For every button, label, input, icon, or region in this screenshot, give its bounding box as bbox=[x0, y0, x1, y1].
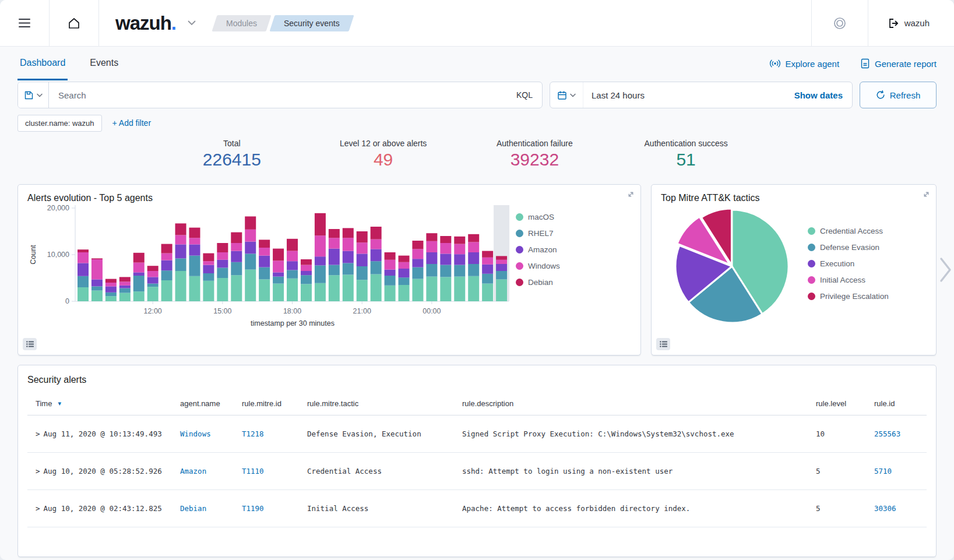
tab-events[interactable]: Events bbox=[87, 47, 121, 80]
bar-segment-Windows[interactable] bbox=[287, 251, 298, 262]
bar-segment-Debian[interactable] bbox=[203, 253, 214, 262]
bar-segment-Amazon[interactable] bbox=[133, 272, 145, 276]
cell-agent-name[interactable]: Windows bbox=[180, 429, 242, 438]
bar-segment-RHEL7[interactable] bbox=[426, 264, 437, 277]
bar-segment-macOS[interactable] bbox=[78, 287, 89, 301]
bar-segment-Amazon[interactable] bbox=[399, 269, 410, 277]
bar-segment-Amazon[interactable] bbox=[385, 270, 396, 276]
stat-value[interactable]: 226415 bbox=[156, 150, 308, 170]
bar-segment-Amazon[interactable] bbox=[482, 265, 493, 274]
bar-segment-macOS[interactable] bbox=[496, 279, 507, 301]
cell-rule-id[interactable]: 5710 bbox=[874, 467, 927, 476]
bar-segment-macOS[interactable] bbox=[119, 293, 131, 301]
bar-segment-macOS[interactable] bbox=[287, 279, 298, 301]
bar-segment-Windows[interactable] bbox=[175, 235, 186, 244]
bar-segment-Windows[interactable] bbox=[496, 260, 507, 264]
bar-segment-Debian[interactable] bbox=[496, 256, 507, 259]
bar-segment-macOS[interactable] bbox=[175, 271, 186, 301]
bar-segment-Debian[interactable] bbox=[315, 213, 326, 235]
bar-segment-Windows[interactable] bbox=[440, 243, 451, 253]
bar-segment-Debian[interactable] bbox=[357, 231, 368, 242]
bar-segment-Debian[interactable] bbox=[301, 259, 312, 265]
bar-segment-Windows[interactable] bbox=[231, 243, 242, 251]
bar-segment-Debian[interactable] bbox=[161, 244, 173, 253]
menu-button[interactable] bbox=[15, 15, 34, 31]
expand-row-icon[interactable]: > bbox=[36, 504, 40, 513]
bar-segment-RHEL7[interactable] bbox=[357, 266, 368, 280]
bar-segment-Windows[interactable] bbox=[78, 252, 89, 263]
bar-segment-Amazon[interactable] bbox=[217, 260, 228, 268]
bar-segment-Windows[interactable] bbox=[329, 238, 340, 248]
refresh-button[interactable]: Refresh bbox=[860, 82, 937, 108]
bar-segment-Windows[interactable] bbox=[426, 241, 437, 252]
cell-rule-id[interactable]: 255563 bbox=[874, 429, 927, 438]
bar-segment-Windows[interactable] bbox=[189, 238, 200, 244]
generate-report-button[interactable]: Generate report bbox=[860, 58, 937, 69]
bar-segment-Amazon[interactable] bbox=[147, 277, 159, 283]
bar-segment-Debian[interactable] bbox=[343, 228, 354, 238]
bar-segment-Debian[interactable] bbox=[426, 233, 437, 241]
bar-segment-Debian[interactable] bbox=[175, 223, 186, 235]
bar-segment-RHEL7[interactable] bbox=[119, 288, 131, 293]
panel-options-button[interactable] bbox=[656, 338, 670, 350]
bar-segment-Debian[interactable] bbox=[273, 249, 284, 261]
legend-item[interactable]: Defense Evasion bbox=[808, 243, 889, 252]
bar-segment-Windows[interactable] bbox=[259, 248, 270, 256]
bar-segment-Debian[interactable] bbox=[468, 234, 479, 242]
cell-rule-id[interactable]: 30306 bbox=[874, 504, 927, 513]
legend-item[interactable]: Execution bbox=[808, 259, 889, 268]
bar-segment-macOS[interactable] bbox=[440, 277, 451, 301]
bar-segment-Amazon[interactable] bbox=[259, 256, 270, 267]
bar-segment-Amazon[interactable] bbox=[287, 261, 298, 270]
bar-segment-Amazon[interactable] bbox=[468, 252, 479, 264]
bar-segment-Amazon[interactable] bbox=[454, 254, 465, 265]
time-range-value[interactable]: Last 24 hours bbox=[583, 90, 645, 100]
bar-segment-RHEL7[interactable] bbox=[301, 275, 312, 284]
bar-segment-macOS[interactable] bbox=[399, 285, 410, 301]
bar-segment-RHEL7[interactable] bbox=[203, 273, 214, 281]
bar-segment-Amazon[interactable] bbox=[189, 244, 200, 255]
bar-segment-RHEL7[interactable] bbox=[454, 265, 465, 277]
bar-segment-Amazon[interactable] bbox=[496, 264, 507, 271]
legend-item[interactable]: Privilege Escalation bbox=[808, 292, 889, 301]
bar-segment-Windows[interactable] bbox=[91, 259, 103, 279]
bar-segment-macOS[interactable] bbox=[482, 284, 493, 301]
bar-segment-Debian[interactable] bbox=[105, 279, 117, 283]
legend-item[interactable]: macOS bbox=[516, 213, 560, 221]
bar-segment-macOS[interactable] bbox=[203, 281, 214, 301]
cell-rule-mitre-id[interactable]: T1190 bbox=[242, 504, 307, 513]
bar-segment-macOS[interactable] bbox=[273, 284, 284, 301]
bar-segment-macOS[interactable] bbox=[161, 280, 173, 301]
show-dates-button[interactable]: Show dates bbox=[794, 90, 852, 100]
bar-segment-RHEL7[interactable] bbox=[385, 276, 396, 286]
bar-segment-Debian[interactable] bbox=[399, 256, 410, 262]
panel-options-button[interactable] bbox=[23, 338, 37, 350]
bar-segment-Debian[interactable] bbox=[245, 216, 256, 229]
explore-agent-button[interactable]: Explore agent bbox=[769, 58, 840, 69]
cell-agent-name[interactable]: Amazon bbox=[180, 467, 242, 476]
bar-segment-macOS[interactable] bbox=[329, 275, 340, 301]
legend-item[interactable]: RHEL7 bbox=[516, 229, 560, 238]
bar-segment-macOS[interactable] bbox=[301, 284, 312, 301]
bar-segment-Amazon[interactable] bbox=[78, 263, 89, 276]
bar-segment-Windows[interactable] bbox=[147, 271, 159, 277]
legend-item[interactable]: Initial Access bbox=[808, 276, 889, 284]
legend-item[interactable]: Amazon bbox=[516, 245, 560, 254]
bar-segment-Windows[interactable] bbox=[357, 242, 368, 253]
bar-segment-RHEL7[interactable] bbox=[217, 267, 228, 278]
legend-item[interactable]: Credential Access bbox=[808, 227, 889, 235]
health-status-button[interactable] bbox=[829, 13, 850, 34]
bar-segment-macOS[interactable] bbox=[412, 279, 423, 301]
bar-segment-Windows[interactable] bbox=[343, 238, 354, 251]
stat-value[interactable]: 49 bbox=[308, 150, 459, 170]
search-input[interactable] bbox=[49, 82, 507, 108]
bar-segment-Debian[interactable] bbox=[189, 228, 200, 238]
bar-segment-Windows[interactable] bbox=[203, 261, 214, 265]
bar-segment-macOS[interactable] bbox=[259, 279, 270, 301]
bar-segment-Amazon[interactable] bbox=[357, 253, 368, 266]
bar-segment-macOS[interactable] bbox=[468, 276, 479, 301]
bar-segment-macOS[interactable] bbox=[245, 270, 256, 301]
bar-segment-Amazon[interactable] bbox=[315, 256, 326, 265]
bar-segment-Amazon[interactable] bbox=[231, 251, 242, 262]
bar-segment-Windows[interactable] bbox=[217, 252, 228, 260]
